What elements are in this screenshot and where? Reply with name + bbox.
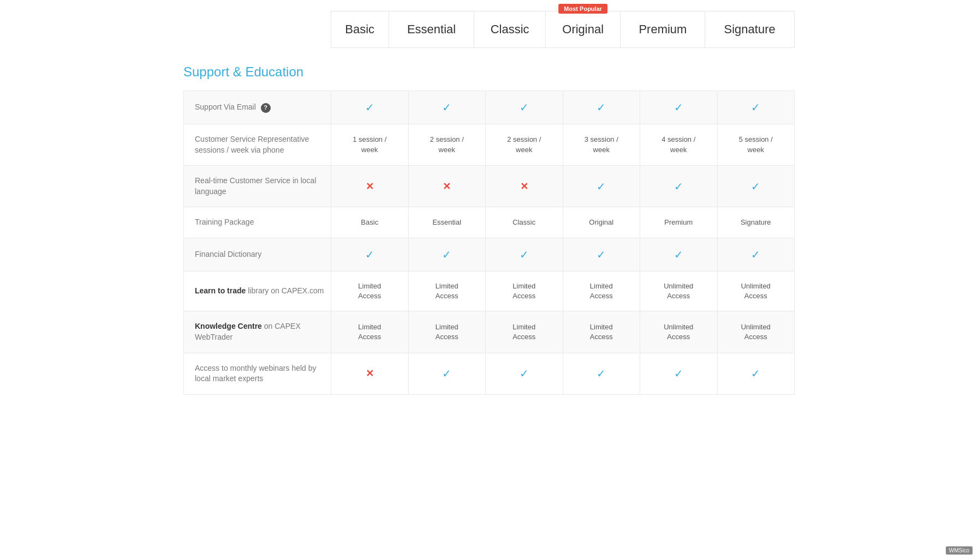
check-icon: ✓ — [520, 249, 529, 261]
check-icon: ✓ — [597, 368, 606, 380]
cell-findict-signature: ✓ — [717, 238, 795, 271]
header-signature: Signature — [705, 11, 795, 48]
check-icon: ✓ — [442, 249, 451, 261]
cell-learntrade-signature: UnlimitedAccess — [717, 271, 795, 311]
header-essential: Essential — [389, 11, 474, 48]
check-icon: ✓ — [674, 368, 683, 380]
cell-realtime-basic: ✕ — [331, 166, 409, 207]
cell-training-premium: Premium — [640, 207, 718, 238]
cell-realtime-original: ✓ — [563, 166, 640, 207]
feature-label-support-email: Support Via Email ? — [184, 91, 331, 124]
cell-kc-basic: LimitedAccess — [331, 311, 409, 353]
cell-kc-original: LimitedAccess — [563, 311, 640, 353]
row-csr-sessions: Customer Service Representative sessions… — [184, 124, 795, 166]
cell-csr-essential: 2 session /week — [408, 124, 486, 166]
cell-realtime-premium: ✓ — [640, 166, 718, 207]
check-icon: ✓ — [365, 101, 374, 113]
cell-webinar-signature: ✓ — [717, 353, 795, 394]
feature-label-training: Training Package — [184, 207, 331, 238]
check-icon: ✓ — [751, 101, 760, 113]
cell-csr-original: 3 session /week — [563, 124, 640, 166]
cell-email-signature: ✓ — [717, 91, 795, 124]
row-support-via-email: Support Via Email ? ✓ ✓ ✓ ✓ ✓ ✓ — [184, 91, 795, 124]
cell-email-essential: ✓ — [408, 91, 486, 124]
cell-csr-premium: 4 session /week — [640, 124, 718, 166]
check-icon: ✓ — [597, 180, 606, 192]
cell-learntrade-classic: LimitedAccess — [486, 271, 563, 311]
feature-label-knowledge-centre: Knowledge Centre on CAPEX WebTrader — [184, 311, 331, 353]
feature-label-learn-trade: Learn to trade library on CAPEX.com — [184, 271, 331, 311]
plan-header-table: Basic Essential Classic Most Popular Ori… — [183, 11, 795, 48]
most-popular-badge: Most Popular — [558, 4, 607, 14]
cross-icon: ✕ — [366, 181, 374, 192]
check-icon: ✓ — [520, 101, 529, 113]
cell-learntrade-basic: LimitedAccess — [331, 271, 409, 311]
feature-label-realtime-cs: Real-time Customer Service in local lang… — [184, 166, 331, 207]
cell-findict-classic: ✓ — [486, 238, 563, 271]
check-icon: ✓ — [520, 368, 529, 380]
check-icon: ✓ — [674, 101, 683, 113]
check-icon: ✓ — [442, 368, 451, 380]
cell-findict-essential: ✓ — [408, 238, 486, 271]
cross-icon: ✕ — [443, 181, 451, 192]
cell-kc-premium: UnlimitedAccess — [640, 311, 718, 353]
cell-findict-basic: ✓ — [331, 238, 409, 271]
cell-findict-premium: ✓ — [640, 238, 718, 271]
row-webinars: Access to monthly webinars held by local… — [184, 353, 795, 394]
check-icon: ✓ — [597, 101, 606, 113]
cell-kc-essential: LimitedAccess — [408, 311, 486, 353]
header-original: Most Popular Original — [545, 11, 621, 48]
check-icon: ✓ — [597, 249, 606, 261]
check-icon: ✓ — [674, 180, 683, 192]
cell-webinar-basic: ✕ — [331, 353, 409, 394]
cell-training-signature: Signature — [717, 207, 795, 238]
row-financial-dictionary: Financial Dictionary ✓ ✓ ✓ ✓ ✓ ✓ — [184, 238, 795, 271]
cell-learntrade-essential: LimitedAccess — [408, 271, 486, 311]
cell-findict-original: ✓ — [563, 238, 640, 271]
cell-realtime-signature: ✓ — [717, 166, 795, 207]
help-icon-support-email[interactable]: ? — [261, 103, 271, 113]
cell-csr-classic: 2 session /week — [486, 124, 563, 166]
cell-email-original: ✓ — [563, 91, 640, 124]
check-icon: ✓ — [751, 368, 760, 380]
check-icon: ✓ — [751, 249, 760, 261]
feature-label-csr: Customer Service Representative sessions… — [184, 124, 331, 166]
cell-training-classic: Classic — [486, 207, 563, 238]
cell-learntrade-premium: UnlimitedAccess — [640, 271, 718, 311]
header-premium: Premium — [621, 11, 705, 48]
cell-training-essential: Essential — [408, 207, 486, 238]
cell-email-basic: ✓ — [331, 91, 409, 124]
cell-csr-signature: 5 session /week — [717, 124, 795, 166]
cell-csr-basic: 1 session /week — [331, 124, 409, 166]
cell-webinar-premium: ✓ — [640, 353, 718, 394]
feature-table: Support Via Email ? ✓ ✓ ✓ ✓ ✓ ✓ Customer… — [183, 91, 795, 395]
cell-webinar-classic: ✓ — [486, 353, 563, 394]
feature-label-financial-dict: Financial Dictionary — [184, 238, 331, 271]
cell-email-classic: ✓ — [486, 91, 563, 124]
check-icon: ✓ — [751, 180, 760, 192]
cell-webinar-essential: ✓ — [408, 353, 486, 394]
cell-realtime-classic: ✕ — [486, 166, 563, 207]
row-realtime-cs: Real-time Customer Service in local lang… — [184, 166, 795, 207]
check-icon: ✓ — [442, 101, 451, 113]
header-basic: Basic — [331, 11, 389, 48]
row-training-package: Training Package Basic Essential Classic… — [184, 207, 795, 238]
cell-kc-signature: UnlimitedAccess — [717, 311, 795, 353]
check-icon: ✓ — [365, 249, 374, 261]
section-title: Support & Education — [183, 64, 795, 80]
cell-email-premium: ✓ — [640, 91, 718, 124]
check-icon: ✓ — [674, 249, 683, 261]
feature-label-webinars: Access to monthly webinars held by local… — [184, 353, 331, 394]
row-knowledge-centre: Knowledge Centre on CAPEX WebTrader Limi… — [184, 311, 795, 353]
row-learn-to-trade: Learn to trade library on CAPEX.com Limi… — [184, 271, 795, 311]
cell-webinar-original: ✓ — [563, 353, 640, 394]
cell-training-original: Original — [563, 207, 640, 238]
header-classic: Classic — [474, 11, 546, 48]
header-empty-cell — [183, 11, 331, 48]
cell-learntrade-original: LimitedAccess — [563, 271, 640, 311]
cell-kc-classic: LimitedAccess — [486, 311, 563, 353]
cell-realtime-essential: ✕ — [408, 166, 486, 207]
cross-icon: ✕ — [520, 181, 528, 192]
cross-icon: ✕ — [366, 368, 374, 379]
cell-training-basic: Basic — [331, 207, 409, 238]
